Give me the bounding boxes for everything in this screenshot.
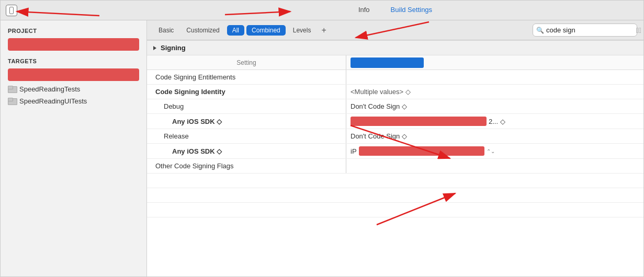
setting-name-anyiossdk-debug: Any iOS SDK ◇ [147, 115, 346, 128]
setting-value-anyiossdk-release[interactable]: iP ⌃⌄ [346, 144, 643, 158]
filter-levels-button[interactable]: Levels [288, 25, 317, 36]
table-row: Any iOS SDK ◇ iP ⌃⌄ [147, 144, 643, 159]
targets-section-label: TARGETS [1, 53, 146, 66]
setting-name-otherflag: Other Code Signing Flags [147, 159, 346, 172]
setting-value-identity[interactable]: <Multiple values> ◇ [346, 85, 643, 98]
folder-icon [8, 86, 16, 93]
right-panel: Basic Customized All Combined Levels + 🔍… [147, 20, 643, 276]
tab-info[interactable]: Info [348, 4, 380, 17]
sidebar-toggle-button[interactable] [6, 5, 17, 16]
add-setting-button[interactable]: + [318, 26, 329, 35]
setting-value-anyiossdk-debug[interactable]: 2... ◇ [346, 114, 643, 129]
sidebar-controls [6, 5, 152, 16]
table-row: Debug Don't Code Sign ◇ [147, 99, 643, 114]
sidebar-toggle-icon [9, 7, 14, 14]
col-value-header [346, 57, 643, 68]
table-row-empty1 [147, 174, 643, 188]
signing-section-title: Signing [161, 44, 186, 52]
blurred-value-bar [351, 117, 487, 126]
multiple-values-text: <Multiple values> ◇ [351, 88, 411, 96]
table-row: Other Code Signing Flags [147, 159, 643, 174]
main-content: PROJECT TARGETS SpeedReadingTests SpeedR… [1, 20, 643, 276]
filter-bar: Basic Customized All Combined Levels + 🔍… [147, 20, 643, 40]
search-box: 🔍 ⓪⃝ ✕ [533, 24, 637, 37]
section-collapse-icon[interactable] [153, 46, 156, 50]
filter-customized-button[interactable]: Customized [181, 25, 224, 36]
project-item[interactable] [8, 38, 139, 51]
setting-value-release[interactable]: Don't Code Sign ◇ [346, 130, 643, 143]
table-row-empty3 [147, 203, 643, 217]
chevron-icon: ⌃⌄ [487, 148, 495, 154]
search-clear-button[interactable]: ⓪⃝ [636, 26, 641, 34]
setting-name-entitlements: Code Signing Entitlements [147, 71, 346, 84]
table-row: Code Signing Entitlements [147, 70, 643, 85]
col-value-header-bar [351, 57, 424, 68]
column-headers: Setting [147, 55, 643, 70]
main-target-item[interactable] [8, 68, 139, 81]
blurred-partial-bar [359, 146, 484, 156]
filter-combined-button[interactable]: Combined [246, 25, 286, 36]
setting-name-debug: Debug [147, 100, 346, 113]
release-value-text: Don't Code Sign ◇ [351, 132, 407, 140]
table-row-empty2 [147, 188, 643, 203]
sidebar-item-speedreadingtests[interactable]: SpeedReadingTests [1, 83, 146, 95]
debug-value-text: Don't Code Sign ◇ [351, 102, 407, 110]
editor-tabs: Info Build Settings [152, 4, 638, 17]
filter-basic-button[interactable]: Basic [153, 25, 179, 36]
table-row: Code Signing Identity <Multiple values> … [147, 85, 643, 99]
setting-name-release: Release [147, 130, 346, 143]
tab-bar: Info Build Settings [1, 1, 643, 20]
search-icon: 🔍 [536, 27, 544, 34]
blurred-partial-container: iP ⌃⌄ [351, 146, 639, 156]
target-name-tests: SpeedReadingTests [19, 85, 80, 93]
target-name-uitests: SpeedReadingUITests [19, 97, 87, 105]
folder-icon-2 [8, 98, 16, 105]
setting-name-identity: Code Signing Identity [147, 85, 346, 98]
table-row: Release Don't Code Sign ◇ [147, 129, 643, 144]
setting-value-entitlements[interactable] [346, 75, 643, 80]
tab-build-settings[interactable]: Build Settings [380, 4, 443, 17]
sidebar: PROJECT TARGETS SpeedReadingTests SpeedR… [1, 20, 147, 276]
sidebar-item-speedreadinguitests[interactable]: SpeedReadingUITests [1, 95, 146, 107]
search-input[interactable] [546, 26, 634, 34]
setting-value-otherflag[interactable] [346, 164, 643, 169]
blurred-value-container: 2... ◇ [351, 117, 639, 126]
settings-area: Signing Setting Code Signing Entitlement… [147, 40, 643, 276]
col-setting-header: Setting [147, 59, 346, 66]
value-suffix: 2... ◇ [489, 118, 505, 125]
setting-value-debug[interactable]: Don't Code Sign ◇ [346, 100, 643, 113]
setting-name-anyiossdk-release: Any iOS SDK ◇ [147, 145, 346, 158]
table-row: Any iOS SDK ◇ 2... ◇ [147, 114, 643, 129]
filter-all-button[interactable]: All [227, 25, 244, 36]
signing-section-header: Signing [147, 40, 643, 55]
value-prefix-text: iP [351, 147, 357, 155]
project-section-label: PROJECT [1, 25, 146, 36]
